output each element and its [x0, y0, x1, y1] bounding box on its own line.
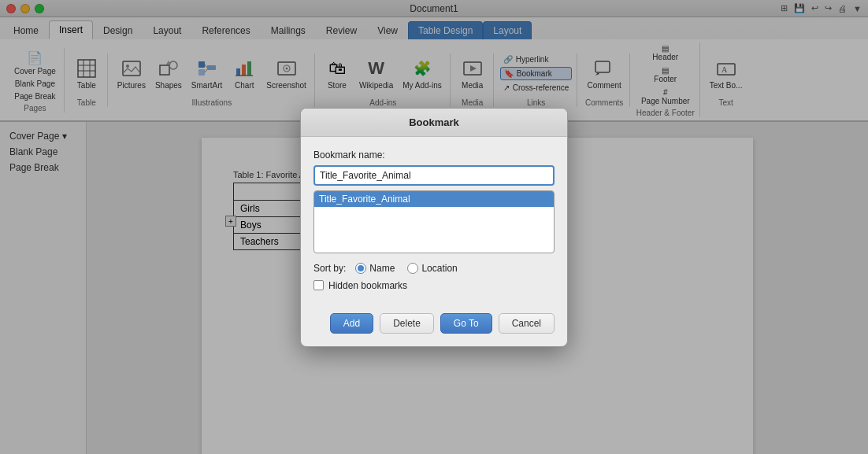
sort-location-option[interactable]: Location	[407, 263, 457, 274]
delete-button[interactable]: Delete	[380, 313, 434, 334]
sort-radio-group: Name Location	[355, 263, 457, 274]
go-to-button[interactable]: Go To	[440, 313, 492, 334]
modal-body: Bookmark name: Title_Favorite_Animal Sor…	[301, 137, 567, 313]
modal-overlay: Bookmark Bookmark name: Title_Favorite_A…	[0, 0, 868, 454]
hidden-bookmarks-label: Hidden bookmarks	[328, 280, 407, 291]
bookmark-listbox[interactable]: Title_Favorite_Animal	[313, 190, 555, 253]
bookmark-name-input[interactable]	[313, 165, 555, 186]
sort-label: Sort by:	[313, 263, 346, 274]
hidden-bookmarks-row: Hidden bookmarks	[313, 280, 555, 291]
bookmark-listbox-item[interactable]: Title_Favorite_Animal	[314, 191, 554, 207]
modal-title: Bookmark	[409, 116, 459, 128]
sort-name-option[interactable]: Name	[355, 263, 395, 274]
modal-footer: Add Delete Go To Cancel	[301, 313, 567, 346]
sort-section: Sort by: Name Location Hidden	[313, 263, 555, 291]
modal-header: Bookmark	[301, 109, 567, 137]
bookmark-dialog: Bookmark Bookmark name: Title_Favorite_A…	[300, 108, 568, 347]
hidden-bookmarks-checkbox[interactable]	[313, 280, 324, 290]
bookmark-name-label: Bookmark name:	[313, 149, 555, 161]
cancel-button[interactable]: Cancel	[499, 313, 555, 334]
add-button[interactable]: Add	[330, 313, 373, 334]
sort-name-radio[interactable]	[355, 263, 366, 274]
sort-location-radio[interactable]	[407, 263, 418, 274]
sort-row: Sort by: Name Location	[313, 263, 555, 274]
